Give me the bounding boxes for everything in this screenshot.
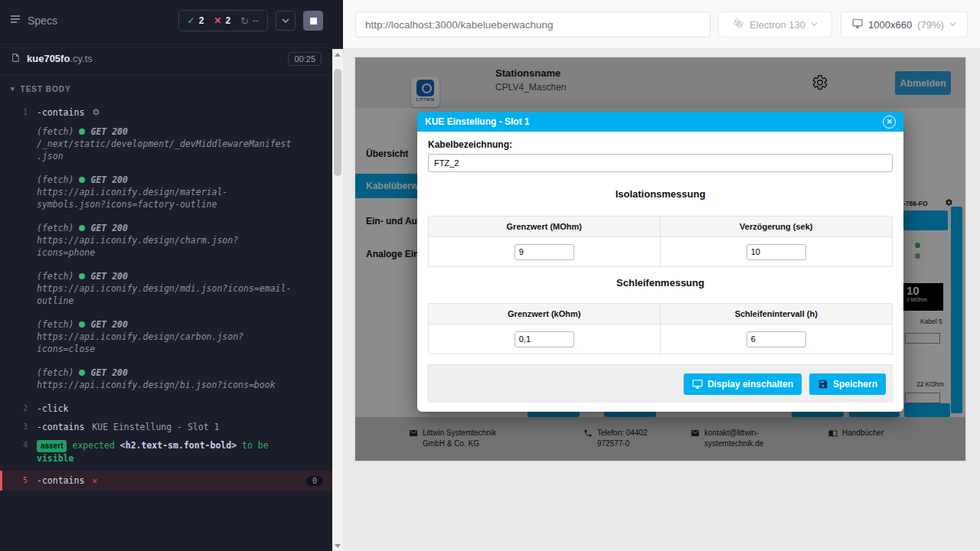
- check-icon: ✓: [188, 15, 195, 26]
- command-row[interactable]: 3 -containsKUE Einstellung - Slot 1: [0, 421, 332, 433]
- triangle-up-icon: [335, 53, 341, 57]
- assert-row[interactable]: 4 assertexpected <h2.text-sm.font-bold> …: [0, 439, 332, 465]
- specs-label: Specs: [28, 15, 57, 27]
- fetch-status: GET 200: [90, 222, 127, 234]
- schleifenintervall-input[interactable]: [746, 331, 806, 347]
- network-log-row[interactable]: (fetch)GET 200 https://api.iconify.desig…: [0, 222, 332, 259]
- stop-button[interactable]: [303, 11, 323, 31]
- fetch-status: GET 200: [90, 126, 127, 138]
- specs-menu-icon[interactable]: [9, 13, 21, 28]
- spec-duration-badge: 00:25: [288, 52, 322, 66]
- failed-count: 2: [225, 15, 230, 26]
- fetch-url: https://api.iconify.design/bi.json?icons…: [37, 379, 292, 391]
- command-number: 1: [0, 106, 37, 119]
- viewport-zoom: (79%): [917, 19, 944, 31]
- assert-badge: assert: [37, 440, 67, 452]
- save-button-label: Speichern: [833, 379, 877, 390]
- match-count-badge: 0: [306, 476, 323, 486]
- status-ok-dot: [79, 273, 85, 279]
- monitor-icon: [852, 18, 863, 31]
- network-log-row[interactable]: (fetch)GET 200 https://api.iconify.desig…: [0, 367, 332, 391]
- stat-failed: ✕ 2: [214, 15, 230, 26]
- fetch-status: GET 200: [90, 318, 127, 331]
- passed-count: 2: [199, 15, 204, 26]
- electron-icon: [733, 18, 744, 31]
- stat-pending: ↻ --: [240, 15, 259, 27]
- kabel-label: Kabelbezeichnung:: [428, 139, 512, 150]
- fetch-url: https://api.iconify.design/material-symb…: [37, 186, 292, 210]
- browser-label: Electron 130: [750, 19, 805, 31]
- command-name: -contains: [37, 475, 84, 486]
- chevron-down-icon: ▾: [11, 85, 15, 93]
- fetch-url: https://api.iconify.design/carbon.json?i…: [37, 331, 292, 355]
- fetch-tag: (fetch): [37, 174, 74, 186]
- command-number: 4: [0, 439, 37, 465]
- triangle-down-icon: [335, 544, 341, 548]
- network-log-row[interactable]: (fetch)GET 200 /_next/static/development…: [0, 126, 332, 162]
- col-grenzwert-mohm: Grenzwert (MOhm): [429, 217, 661, 236]
- verzoegerung-input[interactable]: [746, 244, 806, 260]
- assert-text: expected: [72, 440, 114, 451]
- isolation-table: Grenzwert (MOhm) Verzögerung (sek): [428, 216, 893, 267]
- grenzwert-mohm-input[interactable]: [514, 244, 574, 260]
- assert-element: <h2.text-sm.font-bold>: [120, 440, 237, 451]
- viewport-select[interactable]: 1000x660 (79%): [841, 11, 968, 37]
- fetch-tag: (fetch): [37, 270, 74, 282]
- spec-file-row[interactable]: kue705fo.cy.ts 00:25: [0, 42, 332, 76]
- col-verzoegerung: Verzögerung (sek): [661, 217, 893, 236]
- display-einschalten-button[interactable]: Display einschalten: [684, 373, 802, 395]
- schleifen-table: Grenzwert (kOhm) Schleifenintervall (h): [428, 303, 893, 354]
- gear-icon: [92, 108, 100, 119]
- failed-command-row[interactable]: 5 -contains✕ 0: [0, 471, 332, 491]
- chevron-down-icon: [811, 22, 818, 27]
- network-log-row[interactable]: (fetch)GET 200 https://api.iconify.desig…: [0, 270, 332, 307]
- chevron-down-icon: [949, 22, 956, 27]
- fetch-tag: (fetch): [37, 318, 74, 331]
- modal-title-text: KUE Einstellung - Slot 1: [425, 116, 530, 127]
- scroll-up-arrow[interactable]: [332, 49, 343, 60]
- modal-footer: Display einschalten Speichern: [427, 364, 893, 403]
- command-number: 3: [0, 421, 37, 433]
- fetch-tag: (fetch): [37, 367, 74, 379]
- browser-select[interactable]: Electron 130: [718, 11, 832, 37]
- grenzwert-kohm-input[interactable]: [514, 331, 574, 347]
- command-argument: KUE Einstellung - Slot 1: [92, 422, 219, 432]
- collapse-button[interactable]: [276, 11, 296, 31]
- assert-text: to be: [242, 440, 269, 451]
- network-log-row[interactable]: (fetch)GET 200 https://api.iconify.desig…: [0, 318, 332, 355]
- monitor-icon: [692, 379, 703, 390]
- kabelbezeichnung-input[interactable]: [428, 154, 893, 172]
- modal-titlebar: KUE Einstellung - Slot 1 ✕: [417, 112, 903, 132]
- network-log-row[interactable]: (fetch)GET 200 https://api.iconify.desig…: [0, 174, 332, 210]
- command-number: 2: [0, 403, 37, 415]
- stop-icon: [310, 18, 317, 24]
- spec-basename: kue705fo: [27, 53, 70, 64]
- close-icon[interactable]: ✕: [883, 116, 896, 129]
- command-number: 5: [2, 474, 37, 487]
- command-row[interactable]: 2 -click: [0, 403, 332, 415]
- status-ok-dot: [79, 129, 85, 135]
- spec-name: kue705fo.cy.ts: [27, 53, 93, 64]
- url-input[interactable]: [355, 11, 710, 37]
- speichern-button[interactable]: Speichern: [809, 373, 886, 395]
- command-row[interactable]: 1 -contains: [0, 106, 332, 119]
- viewport-size: 1000x660: [868, 19, 912, 31]
- scroll-down-arrow[interactable]: [332, 540, 343, 551]
- display-button-label: Display einschalten: [707, 379, 793, 390]
- assert-text: visible: [37, 453, 74, 464]
- command-number: [0, 270, 37, 307]
- status-ok-dot: [79, 321, 85, 328]
- isolationsmessung-heading: Isolationsmessung: [417, 188, 903, 200]
- status-ok-dot: [79, 225, 85, 231]
- save-icon: [818, 379, 828, 390]
- col-schleifenintervall: Schleifenintervall (h): [661, 304, 893, 324]
- command-name: -click: [37, 403, 69, 414]
- test-body-section[interactable]: ▾ TEST BODY: [0, 76, 332, 102]
- test-body-label: TEST BODY: [21, 85, 71, 93]
- app-under-test: LITTWIN Stationsname CPLV4_Maschen Abmel…: [355, 57, 965, 461]
- reporter-scrollbar[interactable]: [332, 49, 343, 551]
- stat-passed: ✓ 2: [188, 15, 204, 26]
- fetch-status: GET 200: [90, 174, 127, 186]
- scrollbar-thumb[interactable]: [334, 69, 341, 176]
- test-stats: ✓ 2 ✕ 2 ↻ --: [178, 10, 268, 31]
